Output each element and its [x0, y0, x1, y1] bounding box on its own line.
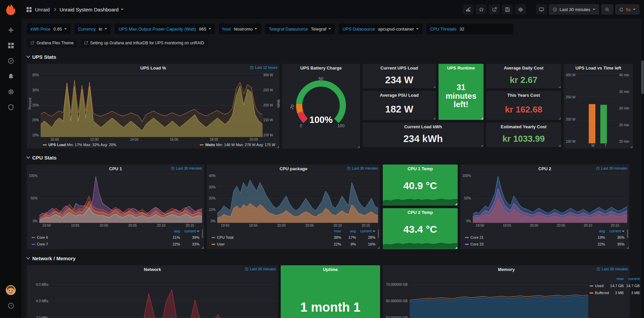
legend-item-core6[interactable]: Core 6: [32, 234, 163, 241]
panel-title[interactable]: UPS Battery Charge: [300, 65, 342, 71]
alerting-bell-icon[interactable]: [3, 69, 18, 83]
panel-header: Network Last 30 minutes: [27, 265, 278, 273]
star-button[interactable]: [476, 4, 487, 14]
section-cpu-stats[interactable]: CPU Stats: [27, 153, 639, 162]
variable-value-dropdown[interactable]: kr: [99, 27, 107, 32]
dashboard-link-ups-monitoring-guide[interactable]: Setting up Grafana and InfluxDB for UPS …: [81, 38, 208, 48]
share-button[interactable]: [489, 4, 500, 14]
cpu-threads-input[interactable]: [459, 27, 510, 32]
section-network-memory[interactable]: Network / Memory: [27, 254, 639, 263]
variable-value-dropdown[interactable]: apcupsd-container: [378, 27, 419, 32]
grafana-logo-icon[interactable]: [5, 3, 17, 15]
y-tick: 50%: [464, 196, 471, 200]
user-avatar[interactable]: [6, 285, 16, 295]
panel-title[interactable]: CPU 2 Temp: [408, 210, 433, 215]
legend-col-current[interactable]: current: [180, 228, 199, 235]
legend-item-core21[interactable]: Core 21: [465, 234, 588, 241]
legend-item-core23[interactable]: Core 23: [465, 241, 588, 248]
panel-title[interactable]: Average PSU Load: [380, 93, 419, 98]
dashboard-title[interactable]: Unraid System Dashboard: [59, 7, 124, 12]
legend-item-buffered[interactable]: Buffered: [590, 289, 609, 297]
help-icon[interactable]: ?: [3, 299, 18, 313]
memory-chart[interactable]: [410, 275, 588, 318]
legend-scrollbar[interactable]: [378, 229, 379, 238]
ups-load-chart[interactable]: [41, 73, 263, 137]
page-scrollbar-thumb[interactable]: [641, 60, 644, 94]
legend-value: 38%: [324, 234, 341, 241]
cpu2-chart[interactable]: [473, 174, 627, 223]
cycle-view-monitor-button[interactable]: [536, 4, 547, 14]
dashboards-icon[interactable]: [3, 38, 18, 52]
section-ups-stats[interactable]: UPS Stats: [27, 52, 639, 61]
panel-title[interactable]: CPU package: [279, 166, 307, 171]
legend-col-avg[interactable]: avg: [341, 228, 356, 235]
panel-title[interactable]: Uptime: [323, 267, 338, 272]
legend-col-current[interactable]: current: [356, 228, 375, 235]
chevron-down-icon: [121, 9, 124, 10]
refresh-button[interactable]: 5s: [615, 4, 639, 14]
variable-ups-datasource: UPS Datasource apcupsd-container: [339, 24, 422, 34]
zoom-out-button[interactable]: [601, 4, 613, 14]
panel-title[interactable]: UPS Runtime: [447, 65, 475, 71]
settings-gear-button[interactable]: [515, 4, 526, 14]
panel-title[interactable]: CPU 2: [538, 166, 551, 171]
panel-timerange-link[interactable]: Last 12 hours: [250, 65, 277, 70]
cpu-package-chart[interactable]: [217, 174, 378, 223]
legend-col-current[interactable]: current: [624, 275, 640, 282]
panel-title[interactable]: UPS Load %: [140, 65, 166, 71]
legend-item-user[interactable]: User: [212, 241, 324, 248]
panel-title[interactable]: CPU 1 Temp: [408, 166, 433, 171]
y-tick: 0%: [33, 219, 37, 223]
legend-item-ups-load[interactable]: UPS Load Min: 17% Max: 32% Avg: 20%: [43, 143, 116, 147]
variable-value-dropdown[interactable]: 865: [199, 27, 211, 32]
legend-col-avg[interactable]: avg: [163, 228, 180, 235]
legend-item-cpu-total[interactable]: CPU Total: [212, 234, 324, 241]
ups-bar-chart[interactable]: [577, 73, 618, 143]
dashboard-link-grafana-plex-theme[interactable]: Grafana Plex Theme: [27, 38, 77, 48]
battery-gauge[interactable]: 0 20 50 100 100%: [282, 72, 360, 148]
legend-value: 19%: [588, 234, 605, 241]
legend-scrollbar[interactable]: [202, 229, 203, 238]
refresh-icon: [619, 7, 624, 12]
create-plus-icon[interactable]: [3, 23, 18, 37]
legend-col-max[interactable]: max: [324, 228, 341, 235]
panel-timerange-link[interactable]: Last 30 minutes: [245, 267, 276, 271]
panel-title[interactable]: Average Daily Cost: [504, 65, 543, 71]
panel-title[interactable]: Current UPS Load: [380, 65, 418, 71]
save-button[interactable]: [502, 4, 513, 14]
cpu1-chart[interactable]: [39, 174, 202, 223]
shield-icon[interactable]: [3, 100, 18, 114]
variable-value-dropdown[interactable]: Nostromo: [234, 27, 257, 32]
legend-item-used[interactable]: Used: [590, 282, 609, 289]
panel-title[interactable]: CPU 1: [109, 166, 122, 171]
legend-scrollbar[interactable]: [627, 229, 628, 238]
legend-item-core7[interactable]: Core 7: [32, 241, 163, 248]
explore-compass-icon[interactable]: [3, 54, 18, 68]
add-panel-button[interactable]: [463, 4, 473, 14]
panel-title[interactable]: Memory: [498, 267, 515, 272]
x-tick: 18:00: [210, 138, 218, 141]
legend-item-watts[interactable]: Watts Min: 148 W Max: 278 W Avg: 175 W: [200, 143, 275, 147]
panel-timerange-link[interactable]: Last 30 minutes: [171, 166, 202, 170]
y-tick: 20%: [32, 118, 39, 122]
panel-timerange-link[interactable]: Last 30 minutes: [597, 267, 628, 271]
series-marker: [590, 285, 593, 286]
variable-value-dropdown[interactable]: 0.65: [53, 27, 66, 32]
time-range-picker[interactable]: Last 30 minutes: [549, 4, 599, 14]
panel-timerange-link[interactable]: Last 30 minutes: [347, 166, 378, 170]
variable-value-dropdown[interactable]: Telegraf: [311, 27, 331, 32]
y-axis-label-right: Watts: [277, 99, 280, 108]
chevron-down-icon: [209, 28, 211, 30]
legend-col-max[interactable]: max: [609, 275, 624, 282]
panel-timerange-link[interactable]: Last 30 minutes: [596, 166, 627, 170]
legend-col-avg[interactable]: avg: [588, 228, 605, 235]
panel-title[interactable]: Estimated Yearly Cost: [501, 124, 546, 129]
panel-title[interactable]: Network: [144, 267, 161, 272]
breadcrumb-app[interactable]: Unraid: [35, 7, 50, 12]
panel-title[interactable]: UPS Load vs Time left: [576, 65, 621, 71]
panel-title[interactable]: This Years Cost: [507, 93, 540, 98]
legend-col-current[interactable]: current: [605, 228, 625, 235]
panel-title[interactable]: Current Load kWh: [404, 124, 442, 129]
network-chart[interactable]: [50, 275, 276, 318]
configuration-gear-icon[interactable]: [3, 85, 18, 99]
